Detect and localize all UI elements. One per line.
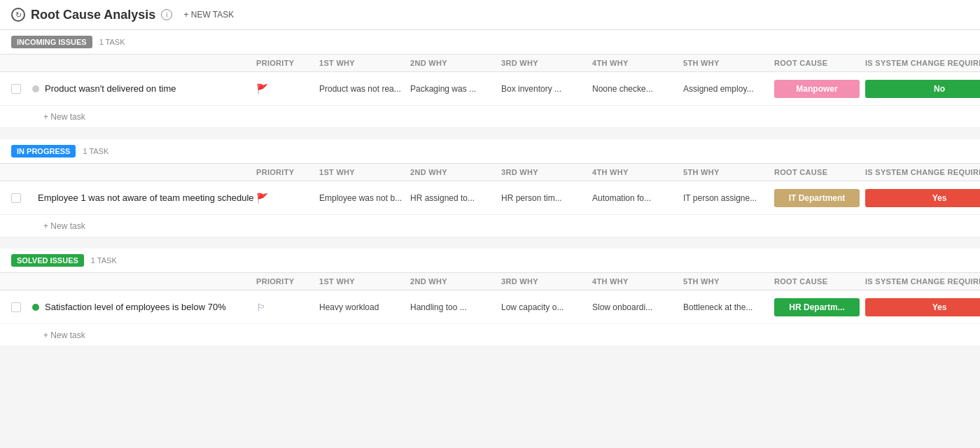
main-content: INCOMING ISSUES 1 TASK PRIORITY 1ST WHY … xyxy=(0,30,980,346)
row-priority: 🏳 xyxy=(256,302,319,313)
col-priority: PRIORITY xyxy=(256,168,319,176)
table-row: Employee 1 was not aware of team meeting… xyxy=(0,181,980,215)
col-why3: 3RD WHY xyxy=(501,168,592,176)
row-why1: Employee was not b... xyxy=(319,193,410,203)
col-why3: 3RD WHY xyxy=(501,277,592,286)
col-why2: 2ND WHY xyxy=(410,59,501,67)
col-why3: 3RD WHY xyxy=(501,59,592,67)
section-header-incoming: INCOMING ISSUES 1 TASK xyxy=(0,30,980,55)
row-checkbox[interactable] xyxy=(11,84,32,94)
section-badge-solved: SOLVED ISSUES xyxy=(11,254,84,267)
flag-icon: 🏳 xyxy=(256,302,266,313)
task-name-text[interactable]: Employee 1 was not aware of team meeting… xyxy=(38,192,254,203)
status-dot xyxy=(32,85,39,92)
col-why1: 1ST WHY xyxy=(319,168,410,176)
col-check xyxy=(11,277,32,286)
row-checkbox[interactable] xyxy=(11,302,32,312)
col-why2: 2ND WHY xyxy=(410,168,501,176)
new-task-link-inprogress[interactable]: + New task xyxy=(43,221,85,231)
row-priority: 🚩 xyxy=(256,83,319,94)
col-header-inprogress: PRIORITY 1ST WHY 2ND WHY 3RD WHY 4TH WHY… xyxy=(0,164,980,181)
row-root-cause: HR Departm... xyxy=(774,298,865,316)
row-sys-change: Yes xyxy=(865,189,980,207)
row-why1: Heavy workload xyxy=(319,302,410,312)
row-why3: Low capacity o... xyxy=(501,302,592,312)
row-sys-change: No xyxy=(865,80,980,98)
section-spacer xyxy=(0,128,980,139)
row-why2: Packaging was ... xyxy=(410,84,501,94)
row-sys-change: Yes xyxy=(865,298,980,316)
new-task-button[interactable]: + NEW TASK xyxy=(178,7,239,22)
task-count-incoming: 1 TASK xyxy=(99,38,125,46)
row-task-name: Satisfaction level of employees is below… xyxy=(32,302,256,312)
table-row: Product wasn't delivered on time 🚩 Produ… xyxy=(0,72,980,106)
new-task-link-incoming[interactable]: + New task xyxy=(43,112,85,122)
col-why5: 5TH WHY xyxy=(683,59,774,67)
row-why4: Noone checke... xyxy=(592,84,683,94)
row-why5: Bottleneck at the... xyxy=(683,302,774,312)
col-why4: 4TH WHY xyxy=(592,168,683,176)
header: ↻ Root Cause Analysis i + NEW TASK xyxy=(0,0,980,30)
col-priority: PRIORITY xyxy=(256,59,319,67)
col-header-solved: PRIORITY 1ST WHY 2ND WHY 3RD WHY 4TH WHY… xyxy=(0,273,980,290)
row-why4: Slow onboardi... xyxy=(592,302,683,312)
new-task-row-solved: + New task xyxy=(0,324,980,346)
row-task-name: Employee 1 was not aware of team meeting… xyxy=(32,192,256,203)
col-root-cause: ROOT CAUSE xyxy=(774,168,865,176)
row-root-cause: Manpower xyxy=(774,80,865,98)
col-task xyxy=(32,168,256,176)
flag-icon: 🚩 xyxy=(256,83,268,94)
row-root-cause: IT Department xyxy=(774,189,865,207)
row-why2: Handling too ... xyxy=(410,302,501,312)
col-why1: 1ST WHY xyxy=(319,59,410,67)
col-why5: 5TH WHY xyxy=(683,168,774,176)
page-title: Root Cause Analysis xyxy=(31,8,155,22)
col-sys-change: IS SYSTEM CHANGE REQUIRED? xyxy=(865,59,980,67)
row-why3: Box inventory ... xyxy=(501,84,592,94)
task-name-text[interactable]: Product wasn't delivered on time xyxy=(45,83,176,94)
row-task-name: Product wasn't delivered on time xyxy=(32,83,256,94)
section-header-inprogress: IN PROGRESS 1 TASK xyxy=(0,139,980,164)
new-task-link-solved[interactable]: + New task xyxy=(43,330,85,340)
col-root-cause: ROOT CAUSE xyxy=(774,277,865,286)
col-check xyxy=(11,168,32,176)
row-why3: HR person tim... xyxy=(501,193,592,203)
new-task-row-inprogress: + New task xyxy=(0,215,980,237)
col-task xyxy=(32,277,256,286)
col-task xyxy=(32,59,256,67)
row-why5: Assigned employ... xyxy=(683,84,774,94)
col-root-cause: ROOT CAUSE xyxy=(774,59,865,67)
col-check xyxy=(11,59,32,67)
table-row: Satisfaction level of employees is below… xyxy=(0,290,980,324)
col-sys-change: IS SYSTEM CHANGE REQUIRED? xyxy=(865,277,980,286)
row-why2: HR assigned to... xyxy=(410,193,501,203)
task-name-text[interactable]: Satisfaction level of employees is below… xyxy=(45,302,226,312)
status-dot xyxy=(32,304,39,311)
col-priority: PRIORITY xyxy=(256,277,319,286)
task-count-inprogress: 1 TASK xyxy=(83,147,108,155)
row-checkbox[interactable] xyxy=(11,193,32,203)
col-why4: 4TH WHY xyxy=(592,59,683,67)
col-sys-change: IS SYSTEM CHANGE REQUIRED? xyxy=(865,168,980,176)
new-task-row-incoming: + New task xyxy=(0,106,980,128)
row-why1: Product was not rea... xyxy=(319,84,410,94)
col-header-incoming: PRIORITY 1ST WHY 2ND WHY 3RD WHY 4TH WHY… xyxy=(0,55,980,72)
section-spacer xyxy=(0,237,980,248)
section-badge-inprogress: IN PROGRESS xyxy=(11,145,76,158)
info-icon[interactable]: i xyxy=(161,9,172,20)
row-priority: 🚩 xyxy=(256,192,319,204)
col-why1: 1ST WHY xyxy=(319,277,410,286)
back-icon[interactable]: ↻ xyxy=(11,8,25,22)
col-why4: 4TH WHY xyxy=(592,277,683,286)
col-why5: 5TH WHY xyxy=(683,277,774,286)
col-why2: 2ND WHY xyxy=(410,277,501,286)
flag-icon: 🚩 xyxy=(256,192,268,204)
section-badge-incoming: INCOMING ISSUES xyxy=(11,36,92,48)
task-count-solved: 1 TASK xyxy=(91,256,117,265)
row-why4: Automation fo... xyxy=(592,193,683,203)
section-header-solved: SOLVED ISSUES 1 TASK xyxy=(0,248,980,273)
row-why5: IT person assigne... xyxy=(683,193,774,203)
